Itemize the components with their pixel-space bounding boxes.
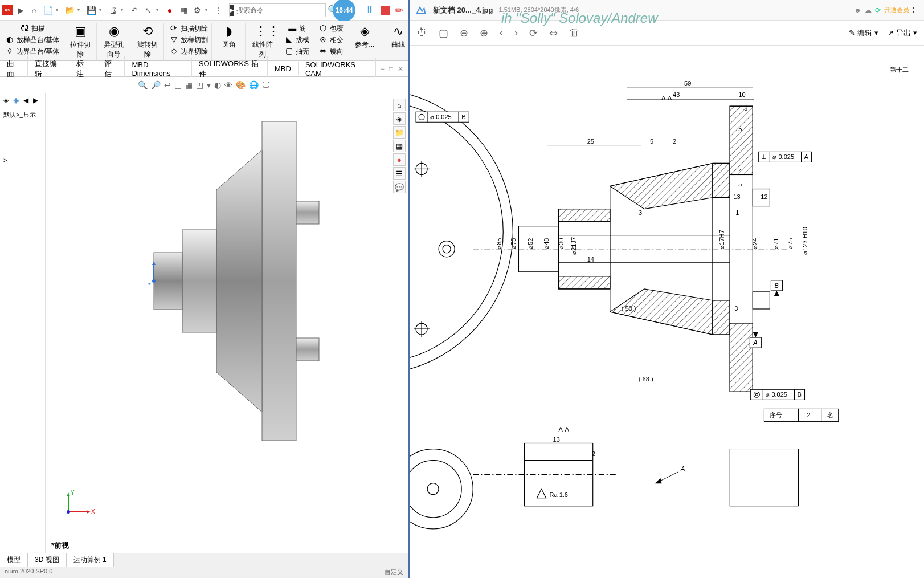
home-icon[interactable]: ⌂ [28,5,40,16]
svg-marker-94 [774,291,779,296]
search-input[interactable] [234,6,324,14]
pause-icon[interactable]: ⏸ [365,4,375,16]
boundary-cut-button[interactable]: ◇边界切除 [167,46,209,57]
sweep-button[interactable]: 🗘扫描 [18,23,46,34]
rotate-cut-button[interactable]: ⟲旋转切除 [134,23,161,60]
tab-mbd[interactable]: MBD [268,62,299,75]
cloud-icon[interactable]: ☁ [865,6,872,14]
settings-icon[interactable]: ⚙ [191,5,203,16]
view-orient-icon[interactable]: ◳ [196,80,203,89]
home-view-icon[interactable]: ⌂ [393,99,406,111]
grid-icon[interactable]: ▦ [393,140,406,152]
svg-text:Y: Y [71,490,75,496]
btab-3dview[interactable]: 3D 视图 [28,553,67,567]
annotate-icon[interactable]: ✎ [392,2,407,17]
edit-button[interactable]: ✎ 编辑 ▾ [849,28,878,38]
svg-text:2: 2 [592,450,595,457]
folder-icon[interactable]: 📁 [393,126,406,139]
delete-icon[interactable]: 🗑 [569,27,579,39]
fillet-button[interactable]: ◗圆角 [215,23,243,51]
next-icon[interactable]: › [514,27,518,39]
linear-pattern-button[interactable]: ⋮⋮线性阵列 [249,23,276,60]
timer-icon[interactable]: ⏱ [417,27,427,39]
close-icon[interactable]: ✕ [398,65,403,73]
sweep-cut-button[interactable]: ⟳扫描切除 [167,23,209,34]
minimize-icon[interactable]: − [381,65,385,73]
prev-arrow-icon[interactable]: ◀ [23,96,32,105]
screen-icon[interactable]: 🖵 [262,80,270,89]
sync-icon[interactable]: ⟳ [875,6,881,14]
render-icon[interactable]: 🎨 [236,80,246,89]
tab-sw-cam[interactable]: SOLIDWORKS CAM [299,58,376,80]
chat-icon[interactable]: 💬 [393,181,406,193]
traffic-light-icon[interactable]: ● [164,5,175,16]
prev-icon[interactable]: ‹ [500,27,503,39]
svg-rect-5 [182,230,216,332]
tree-tab-icon[interactable]: ◈ [3,96,12,105]
export-button[interactable]: ↗ 导出 ▾ [888,28,917,38]
tree-default-display[interactable]: 默认>_显示 [2,107,43,123]
appearance-icon[interactable]: 👁 [224,80,232,89]
zoom-fit-icon[interactable]: 🔍 [138,80,148,89]
vip-button[interactable]: 开通会员 [884,6,909,14]
tree-node[interactable]: > [2,123,43,198]
emoji-icon[interactable]: ☻ [854,6,861,14]
print-icon[interactable]: 🖨 [107,5,118,16]
display-style-icon[interactable]: ▦ [185,80,193,89]
zoom-in-icon[interactable]: ⊕ [480,27,488,39]
new-icon[interactable]: 📄 [42,5,54,16]
next-arrow-icon[interactable]: ▶ [33,96,42,105]
viewport[interactable]: * ⌂ ◈ 📁 ▦ ● ☰ 💬 Y X [46,93,408,553]
file-tab[interactable]: 新文档 20..._4.jpg [433,5,493,15]
svg-text:5: 5 [650,138,653,145]
expand-icon[interactable]: ⛶ [913,6,919,14]
svg-text:12: 12 [761,193,767,200]
command-search[interactable]: ▶ 🔍 [229,3,326,17]
mirror-button[interactable]: ⇔镜向 [317,46,345,57]
btab-motion[interactable]: 运动算例 1 [67,553,114,567]
hide-show-icon[interactable]: ▾ [207,80,211,89]
config-tab-icon[interactable]: ◉ [13,96,22,105]
open-icon[interactable]: 📂 [64,5,75,16]
shell-button[interactable]: ▢抽壳 [283,46,310,57]
draft-button[interactable]: ◣拔模 [283,34,310,46]
color-icon[interactable]: ● [393,153,406,166]
prev-view-icon[interactable]: ↩ [164,80,171,89]
options-icon[interactable]: ▦ [178,5,189,16]
wrap-button[interactable]: ⬡包覆 [317,23,345,34]
solidworks-logo: KS [2,5,13,15]
curves-button[interactable]: ∿曲线 [385,23,412,51]
extrude-cut-button[interactable]: ▣拉伸切除 [67,23,94,60]
boundary-boss-button[interactable]: ◊边界凸台/基体 [3,46,60,57]
flip-icon[interactable]: ⇔ [549,27,558,39]
zoom-area-icon[interactable]: 🔎 [151,80,161,89]
undo-icon[interactable]: ↶ [129,5,140,16]
list-icon[interactable]: ☰ [393,167,406,180]
play-icon[interactable]: ▶ [15,5,26,16]
btab-model[interactable]: 模型 [0,553,28,567]
stop-icon[interactable] [381,6,390,15]
tab-mbd-dims[interactable]: MBD Dimensions [125,58,191,80]
loft-boss-button[interactable]: ◐放样凸台/基体 [3,34,60,46]
svg-text:⌀48: ⌀48 [543,238,550,249]
intersect-button[interactable]: ⊗相交 [317,34,345,46]
zoom-out-icon[interactable]: ⊖ [460,27,468,39]
svg-text:3: 3 [639,209,642,216]
iso-view-icon[interactable]: ◈ [393,112,406,125]
hole-wizard-button[interactable]: ◉异型孔向导 [100,23,128,60]
section-view-icon[interactable]: ◫ [174,80,182,89]
drawing-canvas[interactable]: 第十二 ⌀ 0.025 B A-A 59 43 10 [410,46,924,578]
misc-icon[interactable]: ⋮ [213,5,224,16]
crop-icon[interactable]: ▢ [439,27,448,39]
scene-icon[interactable]: ◐ [214,80,221,89]
rotate-icon[interactable]: ⟳ [529,27,538,39]
save-icon[interactable]: 💾 [85,5,97,16]
feature-tree[interactable]: ◈ ◉ ◀ ▶ 默认>_显示 > [0,93,46,553]
maximize-icon[interactable]: □ [389,65,393,73]
world-icon[interactable]: 🌐 [249,80,259,89]
select-icon[interactable]: ↖ [142,5,154,16]
ref-geom-button[interactable]: ◈参考... [351,23,378,51]
rib-button[interactable]: ▬筋 [286,23,307,34]
loft-cut2-button[interactable]: ▽放样切割 [167,34,209,46]
bottom-tabs: 模型 3D 视图 运动算例 1 [0,553,408,567]
